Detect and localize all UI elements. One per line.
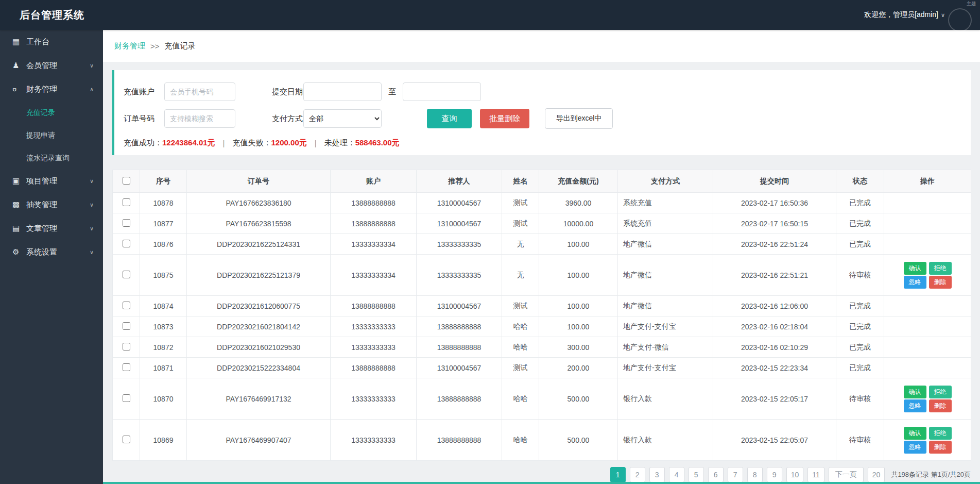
select-all-checkbox[interactable] <box>123 177 130 185</box>
confirm-button[interactable]: 确认 <box>904 427 926 440</box>
page-button-6[interactable]: 6 <box>708 467 724 482</box>
sidebar-item-members[interactable]: ♟会员管理∨ <box>0 54 103 77</box>
cell-order-no: DDP20230216120600775 <box>187 296 331 316</box>
reject-button[interactable]: 拒绝 <box>929 427 952 440</box>
sidebar-item-label: 财务管理 <box>26 85 90 94</box>
cell-order-no: DDP20230216021804142 <box>187 316 331 337</box>
cell-pay-method: 地产支付-支付宝 <box>618 316 713 337</box>
delete-button[interactable]: 删除 <box>929 399 952 412</box>
sidebar-item-articles[interactable]: ▤文章管理∨ <box>0 216 103 240</box>
cell-amount: 10000.00 <box>539 213 618 234</box>
row-checkbox[interactable] <box>123 343 130 351</box>
row-checkbox[interactable] <box>123 363 130 371</box>
cell-pay-method: 银行入款 <box>618 378 713 420</box>
page-button-9[interactable]: 9 <box>767 467 782 482</box>
cell-referrer: 13100004567 <box>417 193 502 213</box>
ignore-button[interactable]: 忽略 <box>904 276 926 289</box>
cell-row-id: 10878 <box>140 193 187 213</box>
delete-button[interactable]: 删除 <box>929 276 952 289</box>
app-title: 后台管理系统 <box>20 8 84 22</box>
row-checkbox[interactable] <box>123 240 130 247</box>
row-checkbox[interactable] <box>123 271 130 278</box>
page-button-5[interactable]: 5 <box>689 467 704 482</box>
table-row: 10875DDP20230216225121379133333333341333… <box>113 255 971 296</box>
chevron-up-icon: ∧ <box>90 86 94 93</box>
sidebar-item-settings[interactable]: ⚙系统设置∨ <box>0 240 103 264</box>
cell-amount: 100.00 <box>539 234 618 255</box>
cell-amount: 200.00 <box>539 358 618 378</box>
cell-amount: 300.00 <box>539 337 618 358</box>
page-button-3[interactable]: 3 <box>649 467 665 482</box>
cell-pay-method: 系统充值 <box>618 193 713 213</box>
page-next-button[interactable]: 下一页 <box>829 467 864 482</box>
page-last-button[interactable]: 20 <box>868 467 885 482</box>
ignore-button[interactable]: 忽略 <box>904 441 926 454</box>
cell-account: 13333333334 <box>331 234 417 255</box>
page-button-4[interactable]: 4 <box>669 467 684 482</box>
sidebar-subitem-recharge-records[interactable]: 充值记录 <box>0 101 103 124</box>
bottom-accent-strip <box>103 482 980 484</box>
row-checkbox[interactable] <box>123 302 130 309</box>
confirm-button[interactable]: 确认 <box>904 262 926 275</box>
pagination-pages: 1234567891011下一页20 <box>610 467 885 482</box>
cell-submit-time: 2023-02-16 02:10:29 <box>713 337 836 358</box>
sidebar-subitem-withdraw-apply[interactable]: 提现申请 <box>0 124 103 146</box>
ignore-button[interactable]: 忽略 <box>904 399 926 412</box>
batch-delete-button[interactable]: 批量删除 <box>480 109 529 128</box>
row-checkbox[interactable] <box>123 322 130 330</box>
cell-actions-cell <box>884 234 971 255</box>
delete-button[interactable]: 删除 <box>929 441 952 454</box>
cell-status: 已完成 <box>836 316 884 337</box>
export-excel-button[interactable]: 导出到excel中 <box>545 108 613 129</box>
cell-order-no: PAY1676469917132 <box>187 378 331 420</box>
cell-checkbox-cell <box>113 420 140 461</box>
sidebar-item-projects[interactable]: ▣项目管理∨ <box>0 169 103 193</box>
doc-icon: ▤ <box>12 224 26 233</box>
cell-actions-cell <box>884 296 971 316</box>
cell-submit-time: 2023-02-16 22:51:21 <box>713 255 836 296</box>
row-checkbox[interactable] <box>123 394 130 402</box>
cell-referrer: 13888888888 <box>417 378 502 420</box>
sidebar-item-label: 会员管理 <box>26 61 90 71</box>
pay-method-select[interactable]: 全部 <box>303 109 382 128</box>
sidebar-item-lottery[interactable]: ▩抽奖管理∨ <box>0 193 103 216</box>
cell-pay-method: 地产支付-支付宝 <box>618 358 713 378</box>
page-button-8[interactable]: 8 <box>747 467 763 482</box>
cell-order-no: DDP20230216225121379 <box>187 255 331 296</box>
row-checkbox[interactable] <box>123 219 130 227</box>
user-menu[interactable]: 欢迎您，管理员[admin] ∨ <box>864 10 945 20</box>
column-header: 操作 <box>884 170 971 193</box>
theme-fab-icon[interactable] <box>948 8 972 32</box>
page-button-2[interactable]: 2 <box>630 467 645 482</box>
grid-icon: ▦ <box>12 37 26 46</box>
row-checkbox[interactable] <box>123 436 130 443</box>
query-button[interactable]: 查询 <box>427 109 472 128</box>
recharge-account-input[interactable] <box>164 82 235 101</box>
row-checkbox[interactable] <box>123 198 130 206</box>
column-header: 订单号 <box>187 170 331 193</box>
sidebar: ▦工作台♟会员管理∨¤财务管理∧充值记录提现申请流水记录查询▣项目管理∨▩抽奖管… <box>0 30 103 484</box>
reject-button[interactable]: 拒绝 <box>929 262 952 275</box>
sidebar-item-finance[interactable]: ¤财务管理∧ <box>0 77 103 101</box>
cell-row-id: 10873 <box>140 316 187 337</box>
date-from-input[interactable] <box>303 82 382 101</box>
confirm-button[interactable]: 确认 <box>904 386 926 398</box>
cell-pay-method: 系统充值 <box>618 213 713 234</box>
cell-submit-time: 2023-02-16 02:18:04 <box>713 316 836 337</box>
page-button-7[interactable]: 7 <box>728 467 743 482</box>
date-to-input[interactable] <box>403 82 481 101</box>
sidebar-subitem-flow-records[interactable]: 流水记录查询 <box>0 146 103 169</box>
page-button-11[interactable]: 11 <box>807 467 824 482</box>
page-button-1[interactable]: 1 <box>610 467 626 482</box>
reject-button[interactable]: 拒绝 <box>929 386 952 398</box>
breadcrumb-section[interactable]: 财务管理 <box>114 41 145 51</box>
list-icon: ▣ <box>12 176 26 186</box>
chevron-down-icon: ∨ <box>941 12 945 19</box>
table-row: 10877PAY16766238155981388888888813100004… <box>113 213 971 234</box>
order-no-input[interactable] <box>164 109 235 128</box>
cell-status: 已完成 <box>836 213 884 234</box>
sidebar-item-workbench[interactable]: ▦工作台 <box>0 30 103 54</box>
page-button-10[interactable]: 10 <box>786 467 804 482</box>
cell-account: 13888888888 <box>331 193 417 213</box>
header-checkbox-cell <box>113 170 140 193</box>
